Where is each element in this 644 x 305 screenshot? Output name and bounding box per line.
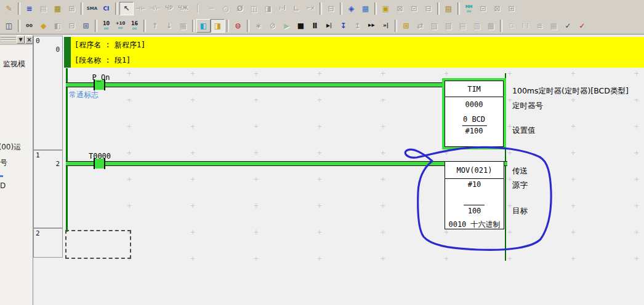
grid-cross-mark: + [634,150,639,156]
grid-cross-mark: + [317,203,322,209]
transfer-to-plc-icon[interactable]: ⊝ [231,19,245,33]
step-into-icon[interactable]: ↧ [336,19,350,33]
step-out-icon: ↥ [350,19,364,33]
go-icon: ▶ [280,19,294,33]
contact-label: T0000 [86,152,113,160]
grid-cross-mark: + [507,97,512,103]
grid-cross-mark: + [507,229,512,236]
rung-number: 0 [36,37,40,45]
instruction-description: 传送 [512,166,528,176]
grid-cross-mark: + [380,203,385,209]
symbol-library-icon[interactable]: ◈ [344,2,358,15]
ci-instruction-icon[interactable]: CI [99,2,113,15]
io-table-icon[interactable]: ⊞ [79,19,93,33]
cell-check-icon: ⊡ [407,2,421,15]
io-comment-icon: ▦ [547,19,561,33]
contact-label: P_On [90,73,112,82]
watch-window-icon[interactable]: HHoo [462,2,476,15]
online-transfer-icon: ⇄ [413,19,427,33]
grid-cross-mark: + [254,71,259,77]
grid-cross-mark: + [380,124,385,130]
find-binoculars-icon[interactable]: oo [22,19,36,33]
rung-margin-2[interactable]: 2 [33,228,63,258]
monitor-decimal-icon[interactable]: 10oo [99,19,113,33]
grid-cross-mark: + [127,97,132,103]
grid-cross-mark: + [190,71,195,77]
timer-set-value-operand: #100 [445,127,503,135]
grid-cross-mark: + [317,124,322,130]
force-off-icon: ▧ [441,19,456,33]
data-trace-icon: ▩ [484,19,498,33]
differential-monitor-icon[interactable]: ⊞ [399,19,413,33]
edit-cursor-cell[interactable] [65,230,131,259]
view-mnemonics-grid-icon[interactable]: ▦ [50,2,65,15]
grid-cross-mark: + [571,150,576,156]
grid-cross-mark: + [634,97,639,103]
select-tool-icon[interactable]: ↖ [119,2,134,15]
view-structure-icon[interactable]: ≡ [22,2,36,15]
cell-minus-icon: ⊟ [421,2,435,15]
scan-run-icon[interactable]: »| [379,19,393,33]
tim-instruction-block[interactable]: TIM 0000 0 BCD #100 [442,78,506,149]
pause-hand-icon: ∗ [251,19,265,33]
address-monitor-icon: ◻ [504,19,518,33]
wizard-hand-icon[interactable]: ✎ [2,2,16,15]
data-types-icon[interactable]: ▦ [358,2,372,15]
cell-delete-icon: ⊠ [393,2,407,15]
panel-grip-handle[interactable] [1,38,16,42]
rung0-wire[interactable] [66,82,445,87]
smart-input-icon[interactable]: SMA [85,2,99,15]
panel-menu-button[interactable]: ▼ [17,36,25,44]
toolbar-separator [457,2,460,15]
new-block-icon: ∟ [289,2,304,15]
program-header: [程序名 : 新程序1] [段名称 : 段1] [64,37,644,68]
plc-memory-icon: ⊟ [324,2,338,15]
grid-cross-mark: + [444,150,449,156]
new-window-icon[interactable]: ◫ [2,19,16,33]
monitor-signed-decimal-icon[interactable]: +10oo [113,19,127,33]
continuous-step-icon[interactable]: ▶▶ [364,19,379,33]
operand-description: 设置值 [512,125,536,136]
toolbar-separator [340,2,342,15]
toolbar-row-1: ✎≡▤▦⊞SMACI↖⊣⊢⊣/⊢ЧРЧЖ│─○Ø◫◨⊢I∟⌐×⊟◈▦▣⊠⊡⊟▤H… [0,0,644,17]
abort-hand-icon: ⊘ [265,19,280,33]
comment-list-icon[interactable]: ✓ [561,19,575,33]
work-online-icon[interactable]: ◧ [196,19,211,33]
chevron-down-icon: ▼ [18,37,22,42]
stop-icon[interactable]: ■ [294,19,308,33]
close-icon: × [26,36,31,43]
block-divider [445,178,504,179]
address-reference-tool-icon[interactable]: ▤ [441,2,456,15]
mov-instruction-block[interactable]: MOV(021) #10 100 0010 十六进制 [445,161,504,229]
step-icon[interactable]: ▶| [322,19,336,33]
grid-cross-mark: + [190,124,195,130]
rung-margin-0[interactable]: 0 0 [33,36,63,150]
docked-panel: ▼ × 监视模 1 (00)运 号 D [0,35,33,305]
grid-cross-mark: + [444,229,449,236]
toolbar-separator [192,20,195,32]
rung-margin-1[interactable]: 1 2 [33,150,63,228]
monitor-hex-icon[interactable]: 16oo [127,19,142,33]
simulator-online-icon[interactable]: ◨ [211,19,225,33]
new-closed-coil-icon: Ø [233,2,247,15]
header-bus-segment [64,37,71,68]
new-horizontal-icon: ─ [204,2,219,15]
destination-operand: 100 [445,207,504,215]
edit-cell-icon[interactable]: ▣ [379,2,393,15]
grid-cross-mark: + [190,229,195,236]
grid-cross-mark: + [317,97,322,103]
view-tree-icon: ⊞ [65,2,79,15]
rung1-wire[interactable] [66,161,445,166]
options-window-icon: ⊞ [504,2,518,15]
program-check-icon[interactable]: ✓ [575,19,589,33]
delete-tool-icon: ⌐× [304,2,318,15]
pause-icon[interactable]: Ⅱ [308,19,322,33]
find-symbol-icon[interactable]: ◆ [36,19,50,33]
ladder-editor[interactable]: ++++++++++++++++++++++++++++++++++++++++… [33,35,644,305]
value-separator-line [462,125,487,126]
grid-cross-mark: + [254,124,259,130]
grid-cross-mark: + [380,229,385,236]
grid-cross-mark: + [571,176,576,183]
panel-close-button[interactable]: × [25,36,33,44]
grid-cross-mark: + [634,176,639,183]
